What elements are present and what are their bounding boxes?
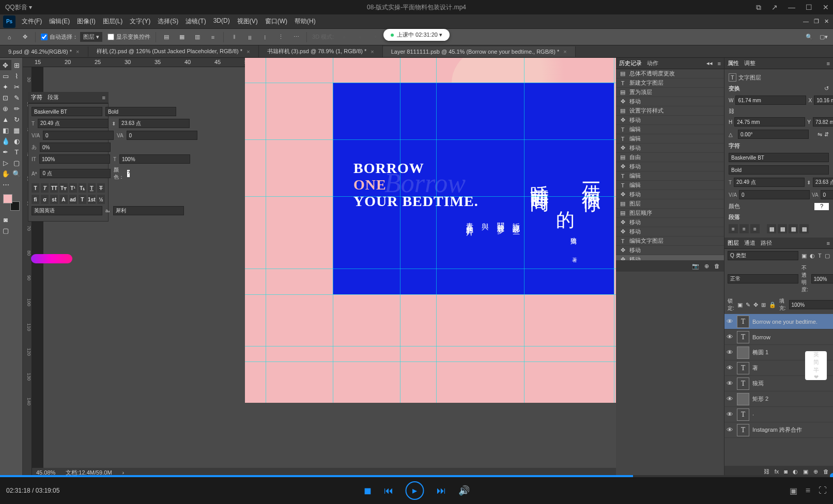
fullscreen-icon[interactable]: ⛶ bbox=[819, 486, 827, 496]
antialias-input[interactable] bbox=[113, 206, 184, 215]
visibility-icon[interactable]: 👁 bbox=[727, 364, 734, 372]
layer-name[interactable]: Borrow one your bedtime. bbox=[752, 319, 817, 325]
heal-tool[interactable]: ⊕ bbox=[0, 103, 11, 114]
ot-6[interactable]: T bbox=[79, 195, 86, 204]
sub-button[interactable]: T₁ bbox=[79, 183, 86, 193]
layer-item[interactable]: 👁T· bbox=[724, 407, 833, 422]
guide[interactable] bbox=[245, 361, 616, 362]
menu-file[interactable]: 文件(F) bbox=[19, 15, 45, 28]
tab-close-icon[interactable]: × bbox=[76, 49, 79, 55]
adjust-icon[interactable]: ◐ bbox=[793, 468, 798, 475]
group-icon[interactable]: ▣ bbox=[803, 468, 808, 475]
visibility-icon[interactable]: 👁 bbox=[727, 318, 734, 325]
new-doc-icon[interactable]: ⊕ bbox=[704, 263, 709, 270]
height-input[interactable] bbox=[734, 117, 805, 127]
layer-name[interactable]: 狼焉 bbox=[752, 380, 764, 387]
eyedrop-tool[interactable]: ✎ bbox=[11, 92, 23, 103]
guide[interactable] bbox=[266, 58, 266, 403]
history-item[interactable]: ✥移动 bbox=[616, 227, 724, 237]
layer-thumbnail[interactable]: T bbox=[737, 377, 749, 390]
live-badge[interactable]: 上课中 02:31:20 ▾ bbox=[383, 29, 450, 41]
guide[interactable] bbox=[333, 58, 333, 403]
tab-close-icon[interactable]: × bbox=[371, 49, 374, 55]
leading-input[interactable] bbox=[119, 119, 190, 128]
history-item[interactable]: ✥移动 bbox=[616, 190, 724, 199]
menu-help[interactable]: 帮助(H) bbox=[291, 15, 319, 28]
zoom-tool[interactable]: 🔍 bbox=[11, 168, 23, 179]
vscale-input[interactable] bbox=[39, 154, 110, 164]
layer-name[interactable]: · bbox=[752, 412, 754, 418]
trash-icon[interactable]: 🗑 bbox=[714, 263, 720, 269]
history-item[interactable]: ▤图层 bbox=[616, 199, 724, 209]
stop-icon[interactable]: ◼ bbox=[364, 485, 372, 496]
tab-character[interactable]: 字符 bbox=[31, 93, 42, 101]
tab-close-icon[interactable]: × bbox=[246, 49, 250, 55]
align-right-button[interactable]: ≡ bbox=[750, 224, 760, 233]
ps-minimize-icon[interactable]: — bbox=[803, 18, 809, 25]
gradient-tool[interactable]: ▦ bbox=[11, 125, 23, 135]
panel-menu-icon[interactable]: ≡ bbox=[102, 94, 105, 101]
history-item[interactable]: ▤置为顶层 bbox=[616, 88, 724, 97]
menu-window[interactable]: 窗口(W) bbox=[262, 15, 290, 28]
y-input[interactable] bbox=[813, 117, 833, 127]
history-brush-tool[interactable]: ↻ bbox=[11, 114, 23, 124]
filter-type-icon[interactable]: T bbox=[818, 253, 822, 259]
super-button[interactable]: T¹ bbox=[69, 183, 77, 193]
tab-layers[interactable]: 图层 bbox=[728, 239, 739, 247]
menu-image[interactable]: 图像(I) bbox=[74, 15, 98, 28]
underline-button[interactable]: T bbox=[88, 183, 96, 193]
guide[interactable] bbox=[245, 269, 616, 269]
minimize-icon[interactable]: — bbox=[788, 3, 795, 12]
guide[interactable] bbox=[245, 139, 616, 140]
visibility-icon[interactable]: 👁 bbox=[727, 426, 734, 434]
layer-thumbnail[interactable]: T bbox=[737, 316, 749, 328]
playlist-icon[interactable]: ≡ bbox=[806, 486, 810, 496]
layer-name[interactable]: 著 bbox=[752, 364, 758, 372]
hscale-input[interactable] bbox=[119, 154, 190, 164]
dist-icon2[interactable]: ⫼ bbox=[244, 32, 255, 42]
snapshot-icon[interactable]: 📷 bbox=[692, 263, 699, 270]
ot-5[interactable]: ad bbox=[69, 195, 77, 204]
prop-font-input[interactable] bbox=[729, 153, 829, 162]
filter-adjust-icon[interactable]: ◐ bbox=[810, 253, 815, 259]
doc-tab-1[interactable]: 样机 (2).psd @ 126% (Dust Jacked Placehold… bbox=[88, 45, 259, 57]
tab-paths[interactable]: 路径 bbox=[761, 239, 772, 247]
baseline-input[interactable] bbox=[40, 169, 111, 178]
app-name[interactable]: QQ影音 ▾ bbox=[5, 3, 32, 12]
align-icon[interactable]: ≡ bbox=[208, 32, 218, 42]
filter-image-icon[interactable]: ▣ bbox=[801, 253, 807, 259]
align-right-icon[interactable]: ▥ bbox=[192, 32, 203, 42]
flip-h-icon[interactable]: ⇋ bbox=[817, 131, 822, 138]
prop-style-input[interactable] bbox=[729, 165, 829, 175]
tab-actions[interactable]: 动作 bbox=[647, 59, 658, 67]
wand-tool[interactable]: ✦ bbox=[0, 82, 11, 92]
ot-8[interactable]: ½ bbox=[97, 195, 105, 204]
history-item[interactable]: ✥移动 bbox=[616, 144, 724, 153]
history-item[interactable]: ▤图层顺序 bbox=[616, 209, 724, 218]
layer-thumbnail[interactable]: T bbox=[737, 408, 749, 421]
history-item[interactable]: T编辑 bbox=[616, 171, 724, 181]
prev-icon[interactable]: ⏮ bbox=[384, 485, 393, 496]
prop-kern-input[interactable] bbox=[739, 190, 810, 199]
pen-tool[interactable]: ✒ bbox=[0, 147, 11, 157]
italic-button[interactable]: T bbox=[41, 183, 49, 193]
menu-filter[interactable]: 滤镜(T) bbox=[182, 15, 209, 28]
showcontrols-option[interactable]: 显示变换控件 bbox=[107, 33, 150, 41]
justify-c-button[interactable]: ▤ bbox=[778, 224, 787, 233]
dist-icon3[interactable]: ⫶ bbox=[260, 32, 270, 42]
edit-toolbar[interactable]: ⋯ bbox=[0, 179, 11, 190]
layer-item[interactable]: 👁TInstagram 跨界合作 bbox=[724, 422, 833, 438]
doc-tab-2[interactable]: 书籍样机 (3).psd @ 78.9% (1, RGB/8) *× bbox=[259, 45, 383, 57]
visibility-icon[interactable]: 👁 bbox=[727, 333, 734, 341]
stamp-tool[interactable]: ▲ bbox=[0, 114, 11, 124]
play-button[interactable]: ▸ bbox=[406, 481, 424, 500]
layer-kind-filter[interactable] bbox=[728, 251, 798, 260]
tab-history[interactable]: 历史记录 bbox=[619, 59, 642, 67]
history-item[interactable]: ▤自由 bbox=[616, 153, 724, 162]
smallcaps-button[interactable]: Tᴛ bbox=[59, 183, 67, 193]
tab-close-icon[interactable]: × bbox=[563, 49, 566, 55]
ime-widget[interactable]: 英 简 半 ❤ bbox=[805, 351, 827, 380]
layer-item[interactable]: 👁矩形 2 bbox=[724, 391, 833, 407]
align-center-icon[interactable]: ▦ bbox=[177, 32, 187, 42]
text-color-swatch[interactable]: ? bbox=[127, 170, 130, 177]
